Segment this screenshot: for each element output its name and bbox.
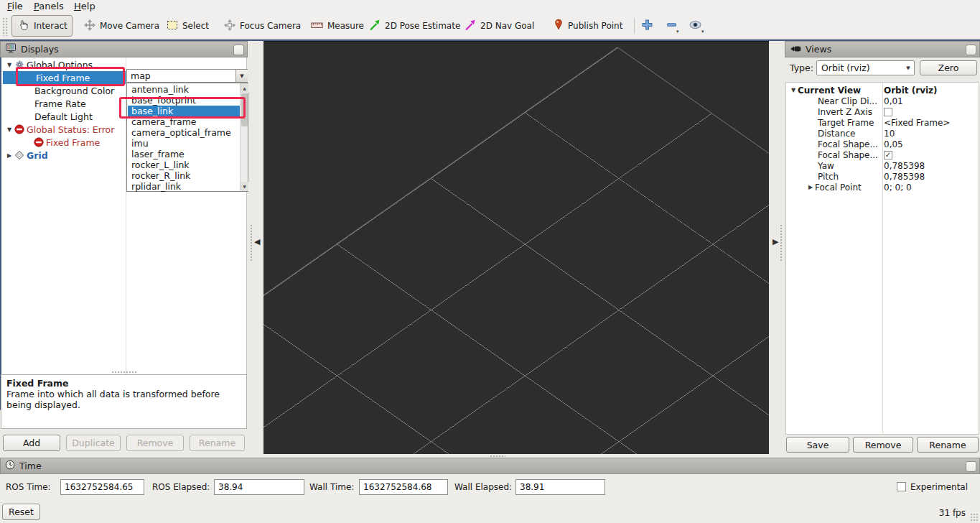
ros-elapsed-field[interactable] xyxy=(214,479,304,495)
resize-grip[interactable] xyxy=(970,513,979,522)
select-tool-button[interactable]: Select xyxy=(160,15,215,37)
view-prop-distance[interactable]: Distance xyxy=(786,128,882,139)
expander-icon[interactable]: ▼ xyxy=(5,126,14,133)
view-prop-value[interactable]: 0,05 xyxy=(884,139,979,149)
dropdown-item[interactable]: rocker_L_link xyxy=(128,159,240,170)
remove-tool-button[interactable]: ▾ xyxy=(661,15,682,37)
interact-tool-button[interactable]: Interact xyxy=(11,15,73,37)
view-type-combo[interactable]: Orbit (rviz) ▼ xyxy=(816,60,915,75)
view-prop-invert-z[interactable]: Invert Z Axis xyxy=(786,106,882,117)
tree-row-default-light[interactable]: Default Light xyxy=(1,110,126,123)
tool-visibility-button[interactable]: ▾ xyxy=(684,15,706,37)
experimental-checkbox[interactable] xyxy=(897,482,906,491)
left-splitter[interactable]: ◀ xyxy=(248,41,263,454)
combo-dropdown-button[interactable]: ▼ xyxy=(235,70,248,82)
float-button[interactable] xyxy=(966,45,976,55)
tree-row-background-color[interactable]: Background Color xyxy=(1,84,126,97)
scrollbar-thumb[interactable] xyxy=(241,93,248,126)
3d-viewport[interactable] xyxy=(263,41,769,454)
wall-elapsed-field[interactable] xyxy=(515,479,605,495)
checkbox-unchecked[interactable] xyxy=(884,108,892,116)
reset-button[interactable]: Reset xyxy=(2,504,40,520)
zero-button[interactable]: Zero xyxy=(920,60,977,75)
view-prop-yaw[interactable]: Yaw xyxy=(786,160,882,171)
view-prop-target-frame[interactable]: Target Frame xyxy=(786,117,882,128)
tree-row-frame-rate[interactable]: Frame Rate xyxy=(1,97,126,110)
expander-icon[interactable]: ▼ xyxy=(789,87,798,93)
rename-button[interactable]: Rename xyxy=(917,437,979,453)
collapse-left-icon[interactable]: ◀ xyxy=(254,237,260,247)
expander-icon[interactable]: ▶ xyxy=(5,152,14,159)
expander-icon[interactable]: ▶ xyxy=(806,184,815,190)
dropdown-item[interactable]: laser_frame xyxy=(128,149,240,159)
views-panel-titlebar[interactable]: Views xyxy=(785,41,980,57)
duplicate-button[interactable]: Duplicate xyxy=(66,435,121,451)
monitor-icon xyxy=(5,42,17,56)
displays-panel-titlebar[interactable]: Displays xyxy=(0,41,248,57)
focus-camera-tool-button[interactable]: Focus Camera xyxy=(218,15,307,37)
dropdown-item[interactable]: antenna_link xyxy=(128,84,240,95)
view-prop-current-view[interactable]: ▼ Current View xyxy=(786,85,882,96)
ros-time-label: ROS Time: xyxy=(6,482,51,492)
menu-panels[interactable]: Panels xyxy=(31,0,67,13)
ros-time-field[interactable] xyxy=(60,479,144,495)
nav-goal-tool-button[interactable]: 2D Nav Goal xyxy=(458,15,541,37)
view-prop-value[interactable]: 0,785398 xyxy=(884,160,979,171)
move-camera-tool-button[interactable]: Move Camera xyxy=(78,15,166,37)
view-prop-value[interactable]: <Fixed Frame> xyxy=(884,117,979,128)
tree-row-global-status[interactable]: ▼ Global Status: Error xyxy=(1,123,126,136)
expander-icon[interactable]: ▼ xyxy=(5,62,14,68)
ground-grid xyxy=(263,47,769,454)
checkbox-checked[interactable]: ✓ xyxy=(884,151,892,159)
save-button[interactable]: Save xyxy=(786,437,849,453)
view-prop-value[interactable]: 0; 0; 0 xyxy=(884,182,979,193)
view-prop-value[interactable]: 0,785398 xyxy=(884,171,979,182)
view-prop-pitch[interactable]: Pitch xyxy=(786,171,882,182)
dropdown-item[interactable]: base_footprint xyxy=(128,95,240,106)
dropdown-item[interactable]: camera_frame xyxy=(128,116,240,127)
add-button[interactable]: Add xyxy=(3,435,60,451)
tree-row-fixed-frame[interactable]: Fixed Frame xyxy=(3,71,126,84)
dropdown-item[interactable]: rocker_R_link xyxy=(128,170,240,181)
pose-estimate-tool-button[interactable]: 2D Pose Estimate xyxy=(363,15,467,37)
time-panel-titlebar[interactable]: Time xyxy=(0,458,980,474)
remove-button[interactable]: Remove xyxy=(853,437,913,453)
dropdown-item[interactable]: imu xyxy=(128,138,240,149)
scroll-up-button[interactable]: ▲ xyxy=(241,83,248,93)
collapse-right-icon[interactable]: ▶ xyxy=(773,237,778,247)
grid-icon xyxy=(14,150,25,160)
view-prop-focal-shape-fixed[interactable]: Focal Shape... xyxy=(786,149,882,160)
remove-button[interactable]: Remove xyxy=(126,435,184,451)
dropdown-arrow-icon[interactable]: ▾ xyxy=(701,29,704,34)
dropdown-item[interactable]: rplidar_link xyxy=(128,181,240,192)
column-divider[interactable] xyxy=(882,83,883,434)
rename-button[interactable]: Rename xyxy=(190,435,245,451)
scroll-down-button[interactable]: ▼ xyxy=(241,182,248,191)
tree-row-status-fixed-frame[interactable]: Fixed Frame xyxy=(1,136,126,149)
fps-counter: 31 fps xyxy=(939,508,966,518)
view-prop-focal-point[interactable]: ▶ Focal Point xyxy=(786,182,882,193)
float-button[interactable] xyxy=(233,45,244,55)
wall-time-field[interactable] xyxy=(359,479,448,495)
dropdown-arrow-icon[interactable]: ▾ xyxy=(676,29,679,34)
view-prop-near-clip[interactable]: Near Clip Di... xyxy=(786,96,882,106)
publish-point-tool-button[interactable]: Publish Point xyxy=(547,15,629,37)
measure-tool-button[interactable]: Measure xyxy=(304,15,370,37)
right-splitter[interactable]: ▶ xyxy=(769,41,785,454)
tree-row-global-options[interactable]: ▼ Global Options xyxy=(1,58,126,71)
view-prop-value[interactable]: 0,01 xyxy=(884,96,979,106)
tree-row-grid[interactable]: ▶ Grid xyxy=(1,149,126,162)
add-tool-button[interactable] xyxy=(636,15,658,37)
view-prop-value[interactable]: 10 xyxy=(884,128,979,139)
menu-file[interactable]: File xyxy=(4,0,26,13)
dropdown-item-selected[interactable]: base_link xyxy=(128,106,240,116)
float-button[interactable] xyxy=(966,461,976,472)
chevron-down-icon: ▼ xyxy=(902,65,914,71)
menu-help[interactable]: Help xyxy=(71,0,98,13)
view-prop-focal-shape-size[interactable]: Focal Shape... xyxy=(786,139,882,149)
fixed-frame-combo[interactable]: map ▼ xyxy=(126,69,248,83)
dropdown-item[interactable]: camera_optical_frame xyxy=(128,127,240,138)
views-tree: ▼ Current View Orbit (rviz) Near Clip Di… xyxy=(785,82,979,435)
dropdown-scrollbar[interactable]: ▲ ▼ xyxy=(240,83,248,191)
toolbar-drag-handle[interactable] xyxy=(2,17,7,36)
